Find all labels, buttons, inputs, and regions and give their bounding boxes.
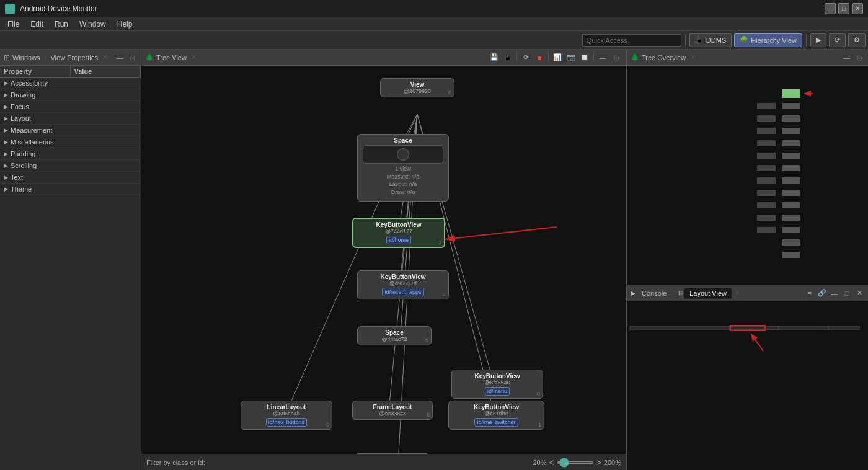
tv-btn-refresh[interactable]: ⟳ <box>520 51 532 64</box>
tv-separator-2 <box>548 51 549 61</box>
console-btn-1[interactable]: ≡ <box>805 288 815 298</box>
bottom-filter-bar: Filter by class or id: 20% < > 200% <box>141 454 626 470</box>
prop-focus[interactable]: ▶ Focus <box>0 101 141 113</box>
title-bar: Android Device Monitor — □ ✕ <box>0 0 868 17</box>
tv-btn-maximize[interactable]: □ <box>610 51 622 64</box>
node-addr: @744d127 <box>358 228 439 234</box>
prop-padding[interactable]: ▶ Padding <box>0 148 141 160</box>
tv-btn-stop[interactable]: ■ <box>533 51 546 64</box>
prop-layout[interactable]: ▶ Layout <box>0 113 141 125</box>
panel-minimize-btn[interactable]: — <box>115 53 125 63</box>
node-index: 0 <box>537 391 540 397</box>
node-space-1[interactable]: Space 1 viewMeasure: n/aLayout: n/aDraw:… <box>357 134 449 202</box>
node-title: KeyButtonView <box>363 273 443 280</box>
prop-label: Theme <box>11 185 32 193</box>
prop-theme[interactable]: ▶ Theme <box>0 184 141 195</box>
zoom-slider[interactable] <box>557 461 594 464</box>
tree-view-icon: 🌲 <box>145 53 154 61</box>
menu-window[interactable]: Window <box>74 19 111 30</box>
expand-icon: ▶ <box>4 151 8 157</box>
node-space-3[interactable]: Space @2beb735 <box>355 453 430 454</box>
svg-rect-19 <box>782 153 800 159</box>
menu-run[interactable]: Run <box>50 19 73 30</box>
close-button[interactable]: ✕ <box>852 3 863 14</box>
node-keybuttonview-menu[interactable]: KeyButtonView @6fa6540 id/menu 0 <box>451 370 543 399</box>
zoom-in-button[interactable]: > <box>596 458 601 468</box>
tree-view-panel: 🌲 Tree View ✕ 💾 📱 ⟳ ■ 📊 📷 🔲 — □ <box>141 50 626 470</box>
console-btn-2[interactable]: 🔗 <box>817 288 827 298</box>
tv-btn-overlay[interactable]: 🔲 <box>578 51 591 64</box>
filter-input[interactable] <box>210 459 528 466</box>
menu-edit[interactable]: Edit <box>25 19 48 30</box>
prop-miscellaneous[interactable]: ▶ Miscellaneous <box>0 136 141 148</box>
tv-btn-profile[interactable]: 📊 <box>551 51 564 64</box>
overview-canvas[interactable] <box>627 66 868 285</box>
prop-scrolling[interactable]: ▶ Scrolling <box>0 160 141 172</box>
console-maximize-btn[interactable]: □ <box>842 288 852 298</box>
quick-access-input[interactable] <box>582 34 681 47</box>
prop-label: Layout <box>11 115 31 122</box>
console-tab[interactable]: Console <box>637 288 671 299</box>
node-keybuttonview-recent[interactable]: KeyButtonView @d95557d id/recent_apps 4 <box>357 270 449 299</box>
prop-label: Focus <box>11 103 29 110</box>
node-rid: id/nav_buttons <box>266 418 308 427</box>
tv-btn-capture[interactable]: 📷 <box>565 51 577 64</box>
node-title: LinearLayout <box>246 404 327 410</box>
console-minimize-btn[interactable]: — <box>830 288 839 298</box>
menu-file[interactable]: File <box>2 19 24 30</box>
node-view[interactable]: View @2679928 0 <box>380 78 454 97</box>
overview-minimize-btn[interactable]: — <box>842 53 852 63</box>
panel-maximize-btn[interactable]: □ <box>127 53 137 63</box>
inner-card <box>363 145 443 164</box>
node-space-2[interactable]: Space @44fac72 5 <box>357 326 432 345</box>
tv-btn-save[interactable]: 💾 <box>488 51 500 64</box>
toolbar-btn-1[interactable]: ▶ <box>810 33 826 47</box>
toolbar-btn-2[interactable]: ⟳ <box>829 33 846 47</box>
overview-controls: — □ <box>842 53 864 63</box>
node-index: 3 <box>438 239 441 246</box>
view-properties-tab[interactable]: View Properties <box>50 54 98 61</box>
minimize-button[interactable]: — <box>825 3 836 14</box>
windows-tab[interactable]: Windows <box>12 54 40 61</box>
console-close-btn[interactable]: ✕ <box>854 288 864 298</box>
app-title: Android Device Monitor <box>20 4 820 13</box>
svg-rect-33 <box>757 165 776 171</box>
node-index: 5 <box>425 337 428 344</box>
zoom-out-button[interactable]: < <box>549 458 554 468</box>
prop-drawing[interactable]: ▶ Drawing <box>0 89 141 101</box>
prop-label: Measurement <box>11 126 52 134</box>
tv-btn-minimize[interactable]: — <box>596 51 609 64</box>
hierarchy-view-button[interactable]: 🌳 Hierarchy View <box>734 33 802 47</box>
tree-canvas[interactable]: View @2679928 0 Space 1 viewMeasure: n/a… <box>141 66 626 454</box>
overview-maximize-btn[interactable]: □ <box>854 53 864 63</box>
node-addr: @d95557d <box>363 280 443 286</box>
console-layout-panel: ▶ Console | ⊞ Layout View ✕ ≡ 🔗 — □ ✕ <box>627 285 868 470</box>
node-addr: @ea336c3 <box>358 410 427 417</box>
tv-btn-phone[interactable]: 📱 <box>502 51 514 64</box>
node-rid: id/ime_switcher <box>474 418 518 427</box>
prop-measurement[interactable]: ▶ Measurement <box>0 125 141 136</box>
node-addr: @44fac72 <box>363 336 426 342</box>
tree-view-header: 🌲 Tree View ✕ 💾 📱 ⟳ ■ 📊 📷 🔲 — □ <box>141 50 626 66</box>
prop-text[interactable]: ▶ Text <box>0 172 141 184</box>
svg-rect-35 <box>757 190 776 196</box>
prop-accessibility[interactable]: ▶ Accessibility <box>0 78 141 89</box>
node-index: 6 <box>427 412 430 418</box>
svg-rect-37 <box>757 215 776 221</box>
svg-rect-17 <box>782 128 800 134</box>
menu-help[interactable]: Help <box>112 19 138 30</box>
node-framelayout[interactable]: FrameLayout @ea336c3 6 <box>352 401 433 420</box>
expand-icon: ▶ <box>4 92 8 98</box>
maximize-button[interactable]: □ <box>838 3 849 14</box>
toolbar-btn-3[interactable]: ⚙ <box>848 33 866 47</box>
node-keybuttonview-ime[interactable]: KeyButtonView @c81dbe id/ime_switcher 1 <box>448 401 544 430</box>
node-keybuttonview-home[interactable]: KeyButtonView @744d127 id/home 3 <box>352 218 445 248</box>
tree-overview-title: Tree Overview <box>642 54 686 61</box>
app-icon <box>5 4 15 14</box>
ddms-button[interactable]: 📱 DDMS <box>689 33 732 47</box>
zoom-max-label: 200% <box>604 459 621 466</box>
layout-view-tab[interactable]: Layout View <box>684 288 732 299</box>
node-linearlayout[interactable]: LinearLayout @6d6cb4b id/nav_buttons 0 <box>241 401 332 430</box>
layout-canvas[interactable] <box>627 301 868 470</box>
tv-separator-3 <box>593 51 594 61</box>
